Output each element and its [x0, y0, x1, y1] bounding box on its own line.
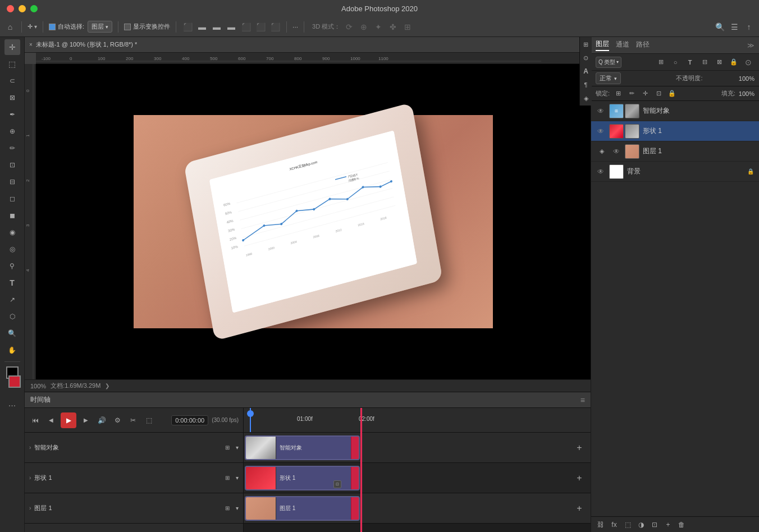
show-transform-checkbox[interactable] [124, 24, 131, 30]
home-icon[interactable]: ⌂ [4, 21, 16, 33]
move-tool[interactable]: ✛ [4, 39, 20, 55]
tab-label[interactable]: 未标题-1 @ 100% (形状 1, RGB/8*) * [36, 40, 138, 49]
show-transform-toggle[interactable]: 显示变换控件 [124, 22, 170, 31]
hand-tool[interactable]: ✋ [4, 342, 20, 358]
lock-artboard-btn[interactable]: ⊡ [653, 89, 664, 99]
lock-pixels-btn[interactable]: ⊞ [613, 89, 623, 99]
align-top-icon[interactable]: ▬ [226, 21, 237, 33]
eraser-tool[interactable]: ◻ [4, 191, 20, 207]
add-mask-btn[interactable]: ⬚ [623, 520, 633, 530]
play-btn[interactable]: ▶ [61, 412, 76, 428]
layer-keyframe-icon-2[interactable]: ⊞ [222, 503, 232, 513]
filter-toggle-icon[interactable]: ⊙ [742, 56, 755, 68]
layer-row-bg[interactable]: 👁 背景 🔒 [591, 162, 759, 182]
layer-expand-1[interactable]: › [29, 475, 31, 481]
crop-tool[interactable]: ⊠ [4, 90, 20, 106]
layer-row-smart[interactable]: 👁 ⊞ 智能对象 [591, 101, 759, 121]
3d-zoom-icon[interactable]: ✦ [373, 21, 384, 33]
clone-tool[interactable]: ⊡ [4, 157, 20, 173]
track-clip-1[interactable]: 形状 1 [245, 466, 360, 490]
path-select-tool[interactable]: ↗ [4, 292, 20, 308]
layer-3d-icon[interactable]: ◈ [596, 145, 608, 158]
cut-btn[interactable]: ✂ [127, 414, 139, 426]
filter-group-icon[interactable]: ⊠ [713, 56, 725, 68]
filter-type-icon[interactable]: T [684, 56, 696, 68]
status-arrow[interactable]: ❯ [105, 383, 109, 389]
select-tool[interactable]: ⬚ [4, 56, 20, 72]
align-right-icon[interactable]: ▬ [211, 21, 222, 33]
align-center-v-icon[interactable]: ⬛ [240, 21, 252, 33]
layer-row-layer1[interactable]: ◈ 👁 图层 1 [591, 141, 759, 162]
dodge-tool[interactable]: ◎ [4, 241, 20, 257]
track-add-btn-1[interactable]: + [574, 473, 585, 484]
3d-extra-icon[interactable]: ⊞ [402, 21, 413, 33]
filter-pixel-icon[interactable]: ⊞ [655, 56, 667, 68]
maximize-button[interactable] [30, 5, 38, 12]
add-layer-btn[interactable]: + [663, 520, 673, 530]
panel-icon-3d[interactable]: ◈ [591, 93, 591, 103]
fill-value[interactable]: 100% [739, 90, 755, 97]
layer-expand-0[interactable]: › [29, 444, 31, 451]
panel-icon-para[interactable]: ¶ [591, 80, 591, 90]
track-clip-2[interactable]: 图层 1 [245, 496, 360, 521]
link-layers-btn[interactable]: ⛓ [596, 520, 606, 530]
layer-keyframe-icon-1[interactable]: ⊞ [222, 473, 232, 483]
layer-visibility-shape1[interactable]: 👁 [596, 126, 606, 136]
distribute-icon[interactable]: ⬛ [269, 21, 281, 33]
lock-move-btn[interactable]: ✛ [640, 89, 650, 99]
pen-tool[interactable]: ⚲ [4, 258, 20, 274]
close-button[interactable] [7, 5, 14, 12]
arrange-icon[interactable]: ☰ [729, 21, 740, 33]
background-color[interactable] [8, 375, 21, 388]
panel-expand-icon[interactable]: ≫ [747, 42, 755, 49]
move-tool-options[interactable]: ✛ ▾ [28, 23, 37, 30]
layer-row-shape1[interactable]: 👁 形状 1 [591, 121, 759, 141]
panel-icon-type[interactable]: A [591, 66, 591, 76]
opacity-value[interactable]: 100% [706, 75, 755, 82]
3d-pan-icon[interactable]: ⊕ [358, 21, 369, 33]
panel-icon-adjust[interactable]: ⊙ [591, 53, 591, 63]
layer-visibility-smart[interactable]: 👁 [596, 106, 606, 116]
lasso-tool[interactable]: ⊂ [4, 73, 20, 89]
layer-visibility-layer1[interactable]: 👁 [611, 146, 621, 157]
timeline-menu-btn[interactable]: ≡ [580, 396, 585, 405]
align-bottom-icon[interactable]: ⬛ [255, 21, 266, 33]
tab-close-btn[interactable]: × [29, 42, 33, 48]
blend-mode-dropdown[interactable]: 正常 ▾ [596, 72, 621, 84]
filter-lock-icon[interactable]: 🔒 [728, 56, 740, 68]
add-style-btn[interactable]: fx [609, 520, 619, 530]
align-center-h-icon[interactable]: ▬ [196, 21, 208, 33]
brush-tool[interactable]: ✏ [4, 140, 20, 156]
settings-btn[interactable]: ⚙ [111, 414, 124, 426]
layer-menu-2[interactable]: ▾ [236, 505, 239, 511]
prev-frame-btn[interactable]: ◀ [45, 414, 57, 426]
layer-keyframe-icon-0[interactable]: ⊞ [222, 443, 232, 453]
more-options-btn[interactable]: ··· [292, 23, 298, 31]
layer-expand-2[interactable]: › [29, 505, 31, 511]
add-adj-btn[interactable]: ◑ [636, 520, 646, 530]
align-left-icon[interactable]: ⬛ [182, 21, 193, 33]
track-clip-0[interactable]: 智能对象 [245, 435, 360, 460]
track-add-btn-2[interactable]: + [574, 503, 585, 514]
track-add-btn-0[interactable]: + [574, 442, 585, 453]
3d-orbit-icon[interactable]: ✤ [387, 21, 399, 33]
text-tool[interactable]: T [4, 275, 20, 291]
time-cursor-head[interactable] [247, 410, 254, 417]
lock-all-btn[interactable]: 🔒 [667, 89, 677, 99]
panel-icon-layers[interactable]: ⊞ [591, 39, 591, 49]
auto-select-checkbox[interactable] [49, 24, 56, 30]
share-icon[interactable]: ↑ [743, 21, 755, 33]
search-icon[interactable]: 🔍 [714, 21, 725, 33]
move-dropdown[interactable]: ▾ [34, 24, 37, 30]
clip-btn[interactable]: ⬚ [143, 414, 155, 426]
history-brush-tool[interactable]: ⊟ [4, 174, 20, 190]
next-frame-btn[interactable]: ▶ [80, 414, 92, 426]
audio-btn[interactable]: 🔊 [95, 414, 108, 426]
delete-layer-btn[interactable]: 🗑 [676, 520, 687, 530]
heal-tool[interactable]: ⊕ [4, 123, 20, 139]
3d-rotate-icon[interactable]: ⟳ [344, 21, 355, 33]
filter-type-dropdown[interactable]: Q 类型 ▾ [596, 57, 621, 68]
tab-channels[interactable]: 通道 [616, 40, 629, 51]
blur-tool[interactable]: ◉ [4, 224, 20, 240]
lock-position-btn[interactable]: ✏ [627, 89, 637, 99]
